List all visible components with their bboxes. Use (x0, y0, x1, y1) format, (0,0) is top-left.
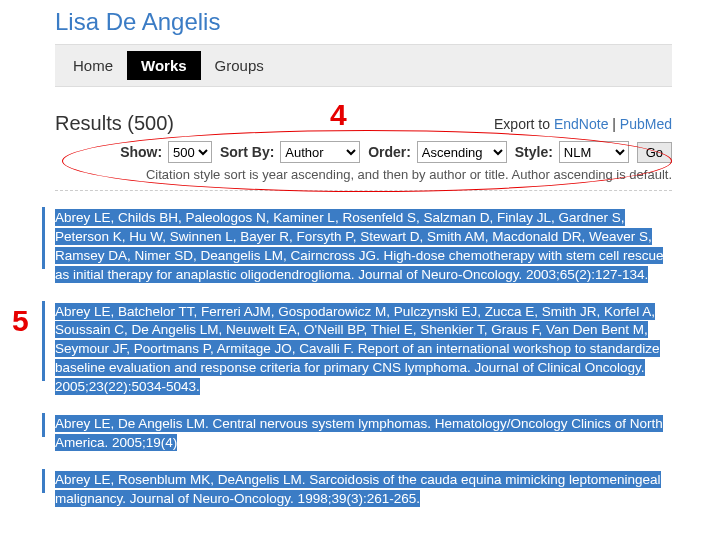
tab-groups[interactable]: Groups (201, 51, 278, 80)
tab-works[interactable]: Works (127, 51, 201, 80)
page-title: Lisa De Angelis (0, 0, 727, 44)
sort-select[interactable]: Author (280, 141, 360, 163)
go-button[interactable]: Go (637, 142, 672, 163)
tab-home[interactable]: Home (59, 51, 127, 80)
citation-text: Abrey LE, De Angelis LM. Central nervous… (55, 415, 663, 451)
results-header: Results (500) Export to EndNote | PubMed (55, 112, 672, 135)
export-pubmed-link[interactable]: PubMed (620, 116, 672, 132)
style-select[interactable]: NLM (559, 141, 629, 163)
citation-list: Abrey LE, Childs BH, Paleologos N, Kamin… (42, 209, 672, 509)
show-select[interactable]: 500 (168, 141, 212, 163)
style-label: Style: (515, 144, 553, 160)
list-item[interactable]: Abrey LE, Batchelor TT, Ferreri AJM, Gos… (42, 303, 672, 397)
sort-note: Citation style sort is year ascending, a… (55, 167, 672, 191)
export-separator: | (608, 116, 619, 132)
results-count: Results (500) (55, 112, 174, 135)
controls-row: Show: 500 Sort By: Author Order: Ascendi… (55, 141, 672, 163)
list-item[interactable]: Abrey LE, Rosenblum MK, DeAngelis LM. Sa… (42, 471, 672, 509)
sort-label: Sort By: (220, 144, 274, 160)
export-endnote-link[interactable]: EndNote (554, 116, 608, 132)
citation-text: Abrey LE, Childs BH, Paleologos N, Kamin… (55, 209, 663, 283)
order-label: Order: (368, 144, 411, 160)
nav-bar: Home Works Groups (55, 44, 672, 87)
export-section: Export to EndNote | PubMed (494, 116, 672, 132)
citation-text: Abrey LE, Rosenblum MK, DeAngelis LM. Sa… (55, 471, 661, 507)
export-prefix: Export to (494, 116, 554, 132)
list-item[interactable]: Abrey LE, De Angelis LM. Central nervous… (42, 415, 672, 453)
list-item[interactable]: Abrey LE, Childs BH, Paleologos N, Kamin… (42, 209, 672, 285)
annotation-5: 5 (12, 304, 29, 338)
show-label: Show: (120, 144, 162, 160)
citation-text: Abrey LE, Batchelor TT, Ferreri AJM, Gos… (55, 303, 660, 396)
order-select[interactable]: Ascending (417, 141, 507, 163)
